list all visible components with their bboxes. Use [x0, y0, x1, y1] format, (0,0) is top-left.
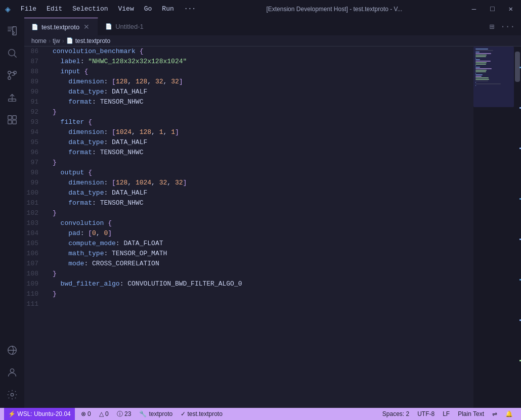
minimize-button[interactable]: —: [469, 4, 479, 14]
line-number-104: 104: [24, 228, 42, 239]
status-language[interactable]: 🔧 textproto: [135, 408, 177, 420]
status-errors[interactable]: ⊗ 0: [77, 408, 95, 420]
activity-run-debug[interactable]: [3, 88, 21, 107]
code-line-94: dimension: [1024, 128, 1, 1]: [53, 127, 473, 137]
svg-rect-8: [8, 120, 12, 124]
svg-point-4: [8, 77, 11, 80]
line-number-106: 106: [24, 249, 42, 259]
menu-edit[interactable]: Edit: [42, 3, 66, 15]
activity-search[interactable]: [3, 44, 21, 62]
line-number-89: 89: [24, 77, 42, 87]
activity-explorer[interactable]: [3, 22, 21, 40]
tab-untitled-1[interactable]: 📄 Untitled-1: [98, 18, 151, 35]
svg-point-12: [11, 393, 14, 396]
status-info[interactable]: ⓘ 23: [113, 408, 136, 420]
vertical-scrollbar[interactable]: [514, 46, 521, 408]
line-number-100: 100: [24, 188, 42, 198]
line-numbers: 8687888990919293949596979899100101102103…: [24, 46, 49, 408]
minimap-line-93: [475, 59, 480, 60]
activity-settings[interactable]: [3, 386, 21, 404]
activity-source-control[interactable]: [3, 66, 21, 84]
breadcrumb-sep-2: ›: [62, 37, 64, 44]
line-number-95: 95: [24, 137, 42, 148]
line-number-87: 87: [24, 57, 42, 67]
line-number-94: 94: [24, 127, 42, 137]
status-warnings[interactable]: △ 0: [95, 408, 113, 420]
svg-rect-6: [8, 116, 12, 119]
window-title: [Extension Development Host] - test.text…: [204, 6, 465, 13]
title-bar: ◈ File Edit Selection View Go Run ··· [E…: [0, 0, 521, 18]
code-line-87: label: "NHWC_128x32x32x128x1024": [53, 57, 473, 67]
code-line-89: dimension: [128, 128, 32, 32]: [53, 77, 473, 87]
line-number-111: 111: [24, 299, 42, 309]
code-line-88: input {: [53, 67, 473, 77]
tab-close-button[interactable]: ✕: [82, 22, 91, 31]
menu-selection[interactable]: Selection: [68, 3, 112, 15]
menu-more[interactable]: ···: [180, 3, 200, 15]
vscode-logo: ◈: [5, 4, 11, 15]
code-line-97: }: [53, 158, 473, 168]
code-line-99: dimension: [128, 1024, 32, 32]: [53, 178, 473, 188]
line-number-102: 102: [24, 208, 42, 218]
minimap-line-102: [475, 73, 476, 74]
status-line-ending[interactable]: LF: [439, 408, 454, 420]
line-number-91: 91: [24, 97, 42, 107]
status-file-check[interactable]: ✓ test.textproto: [177, 408, 227, 420]
status-remote-icon[interactable]: ⇌: [488, 408, 501, 420]
code-line-107: mode: CROSS_CORRELATION: [53, 259, 473, 269]
code-line-100: data_type: DATA_HALF: [53, 188, 473, 198]
line-number-97: 97: [24, 158, 42, 168]
status-right: Spaces: 2 UTF-8 LF Plain Text ⇌ 🔔: [378, 408, 517, 420]
minimap-line-104: [475, 76, 482, 77]
breadcrumb-home[interactable]: home: [31, 37, 47, 44]
menu-go[interactable]: Go: [140, 3, 156, 15]
status-bell-icon[interactable]: 🔔: [501, 408, 517, 420]
activity-extensions[interactable]: [3, 111, 21, 129]
status-wsl[interactable]: ⚡ WSL: Ubuntu-20.04: [4, 408, 75, 420]
code-area[interactable]: convolution_benchmark { label: "NHWC_128…: [49, 46, 473, 408]
code-line-109: bwd_filter_algo: CONVOLUTION_BWD_FILTER_…: [53, 279, 473, 289]
status-encoding[interactable]: UTF-8: [413, 408, 439, 420]
line-number-90: 90: [24, 87, 42, 97]
code-line-106: math_type: TENSOR_OP_MATH: [53, 249, 473, 259]
breadcrumb-tjw[interactable]: tjw: [53, 37, 60, 44]
editor-content[interactable]: 8687888990919293949596979899100101102103…: [24, 46, 521, 408]
minimap-slider[interactable]: [473, 46, 514, 107]
line-number-101: 101: [24, 198, 42, 208]
menu-view[interactable]: View: [114, 3, 138, 15]
more-actions-button[interactable]: ···: [498, 20, 517, 33]
minimap-line-105: [475, 77, 489, 78]
code-line-103: convolution {: [53, 218, 473, 228]
code-line-98: output {: [53, 168, 473, 178]
code-line-93: filter {: [53, 117, 473, 127]
tab-test-textproto[interactable]: 📄 test.textproto ✕: [24, 18, 98, 35]
code-line-92: }: [53, 107, 473, 117]
menu-file[interactable]: File: [17, 3, 40, 15]
tab-file-icon: 📄: [31, 24, 38, 30]
code-line-90: data_type: DATA_HALF: [53, 87, 473, 97]
code-line-95: data_type: DATA_HALF: [53, 137, 473, 148]
svg-rect-7: [13, 116, 16, 119]
split-editor-button[interactable]: ⊞: [488, 20, 497, 34]
minimap[interactable]: [473, 46, 514, 408]
activity-remote[interactable]: [3, 341, 21, 359]
minimap-line-109: [475, 83, 501, 84]
minimap-line-103: [475, 74, 483, 75]
svg-rect-9: [13, 120, 16, 124]
minimap-line-100: [475, 70, 487, 71]
activity-account[interactable]: [3, 363, 21, 382]
menu-bar: File Edit Selection View Go Run ···: [17, 3, 200, 15]
status-bar: ⚡ WSL: Ubuntu-20.04 ⊗ 0 △ 0 ⓘ 23 🔧 textp…: [0, 408, 521, 420]
status-spaces[interactable]: Spaces: 2: [378, 408, 413, 420]
maximize-button[interactable]: □: [487, 4, 497, 14]
status-mode[interactable]: Plain Text: [454, 408, 488, 420]
minimap-line-96: [475, 64, 486, 65]
breadcrumb: home › tjw › 📄 test.textproto: [24, 35, 521, 46]
tab-label: test.textproto: [41, 23, 79, 31]
breadcrumb-sep-1: ›: [49, 37, 51, 44]
close-button[interactable]: ✕: [506, 4, 516, 14]
breadcrumb-file-icon: 📄: [66, 37, 73, 44]
svg-point-2: [8, 71, 11, 74]
breadcrumb-filename[interactable]: test.textproto: [75, 37, 110, 44]
menu-run[interactable]: Run: [158, 3, 178, 15]
